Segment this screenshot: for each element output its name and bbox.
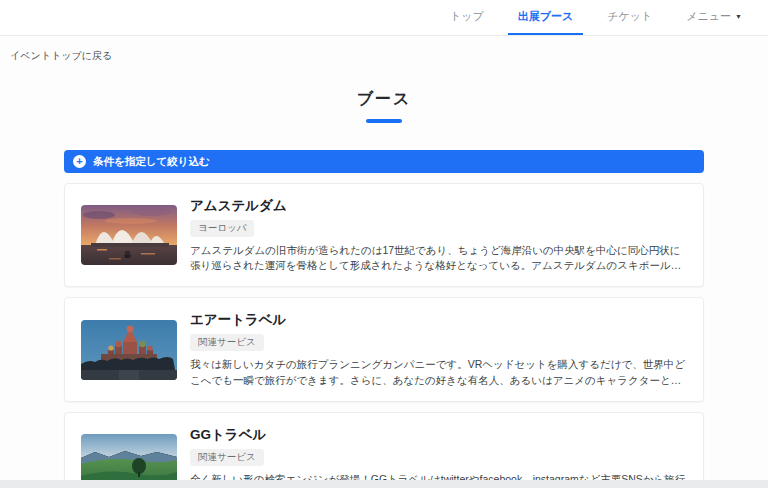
page-title: ブース — [0, 89, 768, 110]
booth-card-air-travel[interactable]: エアートラベル 関連サービス 我々は新しいカタチの旅行プランニングカンパニーです… — [64, 297, 704, 401]
caret-down-icon: ▼ — [735, 13, 742, 20]
title-block: ブース — [0, 89, 768, 123]
booth-card-body: エアートラベル 関連サービス 我々は新しいカタチの旅行プランニングカンパニーです… — [190, 311, 687, 387]
booth-card-body: GGトラベル 関連サービス 全く新しい形の検索エンジンが登場！GGトラベルはtw… — [190, 426, 687, 480]
title-underline — [366, 119, 402, 123]
booth-thumbnail-opera-house — [81, 205, 177, 265]
booth-thumbnail-hills — [81, 434, 177, 480]
booth-category-tag: 関連サービス — [190, 334, 264, 351]
filter-label: 条件を指定して絞り込む — [93, 155, 210, 169]
tab-top[interactable]: トップ — [440, 0, 494, 35]
top-nav: トップ 出展ブース チケット メニュー ▼ — [0, 0, 768, 36]
booth-name: エアートラベル — [190, 311, 687, 329]
booth-list-section: + 条件を指定して絞り込む — [64, 150, 704, 480]
filter-bar-button[interactable]: + 条件を指定して絞り込む — [64, 150, 704, 173]
tab-tickets[interactable]: チケット — [597, 0, 662, 35]
booth-card-body: アムステルダム ヨーロッパ アムステルダムの旧市街が造られたのは17世紀であり、… — [190, 197, 687, 273]
tab-exhibit-booths[interactable]: 出展ブース — [508, 0, 584, 35]
circle-plus-icon: + — [73, 155, 86, 168]
booth-category-tag: ヨーロッパ — [190, 220, 254, 237]
tab-label: 出展ブース — [518, 9, 574, 24]
booth-description: アムステルダムの旧市街が造られたのは17世紀であり、ちょうど海岸沿いの中央駅を中… — [190, 243, 687, 273]
back-row: イベントトップに戻る — [0, 36, 768, 65]
tab-label: トップ — [450, 9, 484, 24]
booth-name: アムステルダム — [190, 197, 687, 215]
booth-card-gg-travel[interactable]: GGトラベル 関連サービス 全く新しい形の検索エンジンが登場！GGトラベルはtw… — [64, 412, 704, 480]
page: トップ 出展ブース チケット メニュー ▼ イベントトップに戻る ブース + 条… — [0, 0, 768, 480]
tab-label: メニュー — [686, 9, 731, 24]
tab-label: チケット — [607, 9, 652, 24]
booth-card-amsterdam[interactable]: アムステルダム ヨーロッパ アムステルダムの旧市街が造られたのは17世紀であり、… — [64, 183, 704, 287]
booth-name: GGトラベル — [190, 426, 687, 444]
booth-description: 全く新しい形の検索エンジンが登場！GGトラベルはtwitterやfacebook… — [190, 472, 687, 480]
tab-menu[interactable]: メニュー ▼ — [676, 0, 752, 35]
back-to-event-top-link[interactable]: イベントトップに戻る — [10, 50, 112, 61]
booth-description: 我々は新しいカタチの旅行プランニングカンパニーです。VRヘッドセットを購入するだ… — [190, 357, 687, 387]
booth-category-tag: 関連サービス — [190, 449, 264, 466]
booth-thumbnail-cathedral — [81, 320, 177, 380]
